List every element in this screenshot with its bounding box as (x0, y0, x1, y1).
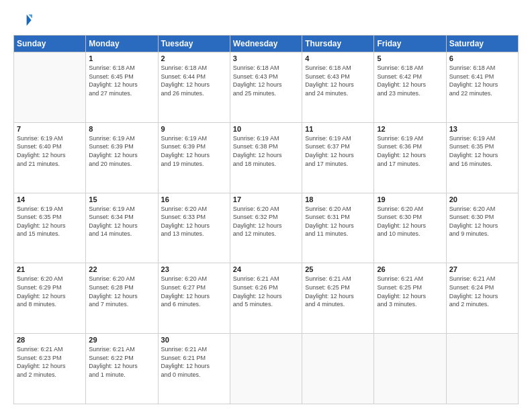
calendar-cell: 7Sunrise: 6:19 AM Sunset: 6:40 PM Daylig… (14, 122, 86, 193)
day-number: 19 (377, 195, 443, 203)
header (13, 11, 519, 30)
day-number: 20 (449, 195, 515, 203)
calendar-cell: 29Sunrise: 6:21 AM Sunset: 6:22 PM Dayli… (86, 334, 158, 404)
calendar-cell: 9Sunrise: 6:19 AM Sunset: 6:39 PM Daylig… (158, 122, 230, 193)
day-number: 6 (449, 54, 515, 62)
calendar-cell: 30Sunrise: 6:21 AM Sunset: 6:21 PM Dayli… (158, 334, 230, 404)
day-info: Sunrise: 6:18 AM Sunset: 6:43 PM Dayligh… (233, 64, 299, 97)
day-number: 12 (377, 125, 443, 133)
day-header-saturday: Saturday (446, 36, 518, 52)
day-header-friday: Friday (374, 36, 446, 52)
day-number: 2 (161, 54, 227, 62)
calendar-cell: 23Sunrise: 6:20 AM Sunset: 6:27 PM Dayli… (158, 263, 230, 334)
day-info: Sunrise: 6:21 AM Sunset: 6:25 PM Dayligh… (377, 275, 443, 308)
day-info: Sunrise: 6:18 AM Sunset: 6:42 PM Dayligh… (377, 64, 443, 97)
calendar-cell (302, 334, 374, 404)
day-number: 17 (233, 195, 299, 203)
logo-icon (13, 11, 32, 30)
day-info: Sunrise: 6:18 AM Sunset: 6:45 PM Dayligh… (89, 64, 154, 97)
day-number: 16 (161, 195, 227, 203)
calendar-cell: 4Sunrise: 6:18 AM Sunset: 6:43 PM Daylig… (302, 52, 374, 123)
calendar-cell: 22Sunrise: 6:20 AM Sunset: 6:28 PM Dayli… (86, 263, 158, 334)
calendar-cell: 26Sunrise: 6:21 AM Sunset: 6:25 PM Dayli… (374, 263, 446, 334)
day-number: 9 (161, 125, 227, 133)
day-info: Sunrise: 6:20 AM Sunset: 6:27 PM Dayligh… (161, 275, 227, 308)
calendar-cell: 13Sunrise: 6:19 AM Sunset: 6:35 PM Dayli… (446, 122, 518, 193)
day-info: Sunrise: 6:19 AM Sunset: 6:39 PM Dayligh… (89, 134, 154, 168)
logo (13, 11, 35, 30)
day-number: 23 (161, 265, 227, 273)
day-info: Sunrise: 6:19 AM Sunset: 6:40 PM Dayligh… (17, 134, 83, 168)
day-info: Sunrise: 6:21 AM Sunset: 6:25 PM Dayligh… (305, 275, 371, 308)
day-number: 26 (377, 265, 443, 273)
day-number: 5 (377, 54, 443, 62)
calendar-cell: 6Sunrise: 6:18 AM Sunset: 6:41 PM Daylig… (446, 52, 518, 123)
calendar-cell: 24Sunrise: 6:21 AM Sunset: 6:26 PM Dayli… (230, 263, 302, 334)
calendar-week-row: 21Sunrise: 6:20 AM Sunset: 6:29 PM Dayli… (14, 263, 519, 334)
calendar-cell: 3Sunrise: 6:18 AM Sunset: 6:43 PM Daylig… (230, 52, 302, 123)
day-info: Sunrise: 6:19 AM Sunset: 6:37 PM Dayligh… (305, 134, 371, 168)
calendar-cell (446, 334, 518, 404)
calendar-cell: 11Sunrise: 6:19 AM Sunset: 6:37 PM Dayli… (302, 122, 374, 193)
calendar-cell: 2Sunrise: 6:18 AM Sunset: 6:44 PM Daylig… (158, 52, 230, 123)
calendar-week-row: 7Sunrise: 6:19 AM Sunset: 6:40 PM Daylig… (14, 122, 519, 193)
calendar-cell: 12Sunrise: 6:19 AM Sunset: 6:36 PM Dayli… (374, 122, 446, 193)
day-number: 8 (89, 125, 154, 133)
day-number: 14 (17, 195, 83, 203)
day-number: 10 (233, 125, 299, 133)
calendar-cell: 15Sunrise: 6:19 AM Sunset: 6:34 PM Dayli… (86, 193, 158, 263)
day-number: 28 (17, 336, 83, 344)
day-info: Sunrise: 6:20 AM Sunset: 6:28 PM Dayligh… (89, 275, 154, 308)
day-info: Sunrise: 6:18 AM Sunset: 6:44 PM Dayligh… (161, 64, 227, 97)
day-number: 25 (305, 265, 371, 273)
day-number: 21 (17, 265, 83, 273)
calendar-cell: 20Sunrise: 6:20 AM Sunset: 6:30 PM Dayli… (446, 193, 518, 263)
calendar-cell: 1Sunrise: 6:18 AM Sunset: 6:45 PM Daylig… (86, 52, 158, 123)
day-number: 22 (89, 265, 154, 273)
day-number: 30 (161, 336, 227, 344)
day-info: Sunrise: 6:20 AM Sunset: 6:29 PM Dayligh… (17, 275, 83, 308)
day-info: Sunrise: 6:20 AM Sunset: 6:33 PM Dayligh… (161, 205, 227, 238)
day-info: Sunrise: 6:19 AM Sunset: 6:36 PM Dayligh… (377, 134, 443, 168)
day-header-tuesday: Tuesday (158, 36, 230, 52)
calendar-cell: 8Sunrise: 6:19 AM Sunset: 6:39 PM Daylig… (86, 122, 158, 193)
day-info: Sunrise: 6:18 AM Sunset: 6:41 PM Dayligh… (449, 64, 515, 97)
day-info: Sunrise: 6:20 AM Sunset: 6:31 PM Dayligh… (305, 205, 371, 238)
calendar-cell: 27Sunrise: 6:21 AM Sunset: 6:24 PM Dayli… (446, 263, 518, 334)
calendar-cell: 14Sunrise: 6:19 AM Sunset: 6:35 PM Dayli… (14, 193, 86, 263)
calendar-cell: 21Sunrise: 6:20 AM Sunset: 6:29 PM Dayli… (14, 263, 86, 334)
day-info: Sunrise: 6:21 AM Sunset: 6:22 PM Dayligh… (89, 345, 154, 379)
calendar-cell: 18Sunrise: 6:20 AM Sunset: 6:31 PM Dayli… (302, 193, 374, 263)
calendar-cell: 16Sunrise: 6:20 AM Sunset: 6:33 PM Dayli… (158, 193, 230, 263)
calendar-cell: 25Sunrise: 6:21 AM Sunset: 6:25 PM Dayli… (302, 263, 374, 334)
day-info: Sunrise: 6:20 AM Sunset: 6:30 PM Dayligh… (377, 205, 443, 238)
day-number: 7 (17, 125, 83, 133)
calendar-week-row: 14Sunrise: 6:19 AM Sunset: 6:35 PM Dayli… (14, 193, 519, 263)
day-info: Sunrise: 6:20 AM Sunset: 6:30 PM Dayligh… (449, 205, 515, 238)
day-info: Sunrise: 6:19 AM Sunset: 6:35 PM Dayligh… (17, 205, 83, 238)
calendar-cell (14, 52, 86, 123)
calendar-cell (374, 334, 446, 404)
calendar-cell: 28Sunrise: 6:21 AM Sunset: 6:23 PM Dayli… (14, 334, 86, 404)
day-info: Sunrise: 6:21 AM Sunset: 6:26 PM Dayligh… (233, 275, 299, 308)
calendar: SundayMondayTuesdayWednesdayThursdayFrid… (13, 35, 519, 404)
day-info: Sunrise: 6:18 AM Sunset: 6:43 PM Dayligh… (305, 64, 371, 97)
day-number: 1 (89, 54, 154, 62)
day-number: 4 (305, 54, 371, 62)
day-number: 11 (305, 125, 371, 133)
page: SundayMondayTuesdayWednesdayThursdayFrid… (0, 0, 532, 411)
day-info: Sunrise: 6:21 AM Sunset: 6:24 PM Dayligh… (449, 275, 515, 308)
day-info: Sunrise: 6:19 AM Sunset: 6:39 PM Dayligh… (161, 134, 227, 168)
calendar-header-row: SundayMondayTuesdayWednesdayThursdayFrid… (14, 36, 519, 52)
calendar-cell: 5Sunrise: 6:18 AM Sunset: 6:42 PM Daylig… (374, 52, 446, 123)
day-info: Sunrise: 6:19 AM Sunset: 6:35 PM Dayligh… (449, 134, 515, 168)
day-info: Sunrise: 6:21 AM Sunset: 6:23 PM Dayligh… (17, 345, 83, 379)
day-header-thursday: Thursday (302, 36, 374, 52)
day-info: Sunrise: 6:21 AM Sunset: 6:21 PM Dayligh… (161, 345, 227, 379)
day-number: 13 (449, 125, 515, 133)
calendar-cell: 19Sunrise: 6:20 AM Sunset: 6:30 PM Dayli… (374, 193, 446, 263)
day-info: Sunrise: 6:19 AM Sunset: 6:38 PM Dayligh… (233, 134, 299, 168)
calendar-week-row: 28Sunrise: 6:21 AM Sunset: 6:23 PM Dayli… (14, 334, 519, 404)
day-header-monday: Monday (86, 36, 158, 52)
calendar-week-row: 1Sunrise: 6:18 AM Sunset: 6:45 PM Daylig… (14, 52, 519, 123)
